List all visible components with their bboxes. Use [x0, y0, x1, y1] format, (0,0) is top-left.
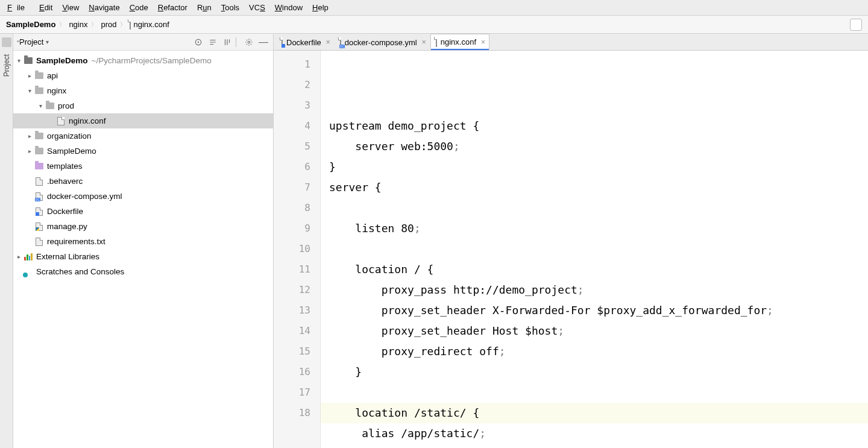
- tree-file-dockerfile[interactable]: Dockerfile: [13, 204, 273, 219]
- project-sidebar: Project ▾ — ▾ SampleDemo ~/PycharmProjec…: [13, 34, 274, 448]
- menu-window[interactable]: Window: [270, 3, 307, 12]
- breadcrumb-prod[interactable]: prod: [101, 20, 116, 29]
- menu-code[interactable]: Code: [125, 3, 153, 12]
- tree-file-behaverc[interactable]: .behaverc: [13, 174, 273, 189]
- close-icon[interactable]: ×: [481, 38, 485, 46]
- folder-icon: [23, 55, 34, 66]
- breadcrumb-file[interactable]: nginx.conf: [130, 20, 169, 29]
- tree-dir-prod[interactable]: ▾ prod: [13, 98, 273, 113]
- breadcrumb-nginx[interactable]: nginx: [69, 20, 87, 29]
- tab-compose[interactable]: docker-compose.yml ×: [335, 34, 430, 50]
- folder-icon: [34, 131, 45, 142]
- editor: Dockerfile × docker-compose.yml × nginx.…: [274, 34, 868, 448]
- menu-navigate[interactable]: Navigate: [84, 3, 124, 12]
- menu-tools[interactable]: Tools: [216, 3, 244, 12]
- gear-icon[interactable]: [243, 36, 255, 48]
- tab-nginxconf[interactable]: nginx.conf ×: [430, 34, 489, 50]
- chevron-down-icon[interactable]: ▾: [14, 57, 23, 64]
- chevron-right-icon[interactable]: ▸: [25, 133, 34, 139]
- line-number-gutter: 123456789101112131415161718: [274, 51, 321, 448]
- breadcrumb-root[interactable]: SampleDemo: [6, 20, 55, 29]
- tree-external-libraries[interactable]: ▸ External Libraries: [13, 249, 273, 264]
- docker-icon: [34, 206, 45, 217]
- folder-icon: [34, 161, 45, 172]
- expand-all-icon[interactable]: [207, 36, 219, 48]
- tree-dir-organization[interactable]: ▸ organization: [13, 128, 273, 144]
- file-icon: [55, 116, 66, 127]
- tree-dir-templates[interactable]: templates: [13, 159, 273, 174]
- folder-icon: [34, 146, 45, 157]
- menu-help[interactable]: Help: [307, 3, 333, 12]
- file-icon: [34, 176, 45, 187]
- project-tool-label[interactable]: Project: [2, 54, 11, 77]
- menu-vcs[interactable]: VCS: [244, 3, 270, 12]
- editor-tabs: Dockerfile × docker-compose.yml × nginx.…: [274, 34, 868, 51]
- chevron-right-icon[interactable]: ▸: [25, 148, 34, 154]
- close-icon[interactable]: ×: [326, 38, 330, 46]
- svg-point-1: [198, 41, 199, 42]
- tree-root[interactable]: ▾ SampleDemo ~/PycharmProjects/SampleDem…: [13, 53, 273, 68]
- menu-run[interactable]: Run: [192, 3, 216, 12]
- breadcrumb-bar: SampleDemo 〉 nginx 〉 prod 〉 nginx.conf: [0, 16, 868, 34]
- tool-window-bar: Project: [0, 34, 13, 448]
- project-header: Project ▾ —: [13, 34, 273, 51]
- python-icon: [34, 221, 45, 232]
- chevron-right-icon: 〉: [58, 21, 66, 29]
- menu-file[interactable]: File: [2, 3, 34, 12]
- project-tree: ▾ SampleDemo ~/PycharmProjects/SampleDem…: [13, 51, 273, 282]
- libraries-icon: [23, 251, 34, 262]
- menu-bar: File Edit View Navigate Code Refactor Ru…: [0, 0, 868, 16]
- nav-button[interactable]: [850, 19, 862, 31]
- file-icon: [130, 20, 131, 29]
- code-area[interactable]: 123456789101112131415161718 upstream dem…: [274, 51, 868, 448]
- file-icon: [34, 236, 45, 247]
- menu-edit[interactable]: Edit: [34, 3, 57, 12]
- folder-icon: [34, 86, 45, 96]
- tree-file-requirements[interactable]: requirements.txt: [13, 234, 273, 249]
- tree-file-compose[interactable]: docker-compose.yml: [13, 189, 273, 204]
- tree-dir-nginx[interactable]: ▾ nginx: [13, 83, 273, 98]
- docker-compose-icon: [34, 191, 45, 202]
- docker-compose-icon: [340, 38, 341, 47]
- scratches-icon: [23, 267, 34, 277]
- tree-dir-api[interactable]: ▸ api: [13, 68, 273, 83]
- tree-file-manage[interactable]: manage.py: [13, 219, 273, 234]
- menu-refactor[interactable]: Refactor: [153, 3, 192, 12]
- tree-file-nginxconf[interactable]: nginx.conf: [13, 113, 273, 128]
- folder-icon: [34, 71, 45, 81]
- tree-dir-sampledemo[interactable]: ▸ SampleDemo: [13, 144, 273, 159]
- chevron-right-icon: 〉: [90, 21, 98, 29]
- folder-icon: [45, 101, 55, 112]
- file-icon: [436, 37, 437, 46]
- docker-icon: [281, 38, 283, 47]
- locate-icon[interactable]: [192, 36, 204, 48]
- tree-scratches[interactable]: Scratches and Consoles: [13, 264, 273, 279]
- menu-view[interactable]: View: [57, 3, 84, 12]
- chevron-down-icon[interactable]: ▾: [25, 87, 34, 94]
- svg-point-2: [248, 41, 250, 43]
- chevron-down-icon[interactable]: ▾: [46, 39, 49, 45]
- chevron-right-icon[interactable]: ▸: [25, 72, 34, 79]
- project-view-label[interactable]: Project: [19, 37, 43, 46]
- folder-icon[interactable]: [2, 37, 11, 47]
- code-editor[interactable]: upstream demo_project { server web:5000;…: [321, 51, 868, 448]
- chevron-down-icon[interactable]: ▾: [36, 103, 45, 109]
- chevron-right-icon[interactable]: ▸: [14, 253, 23, 260]
- chevron-right-icon: 〉: [119, 21, 127, 29]
- collapse-all-icon[interactable]: [221, 36, 233, 48]
- hide-icon[interactable]: —: [257, 36, 269, 48]
- tab-dockerfile[interactable]: Dockerfile ×: [276, 34, 335, 50]
- close-icon[interactable]: ×: [422, 38, 426, 46]
